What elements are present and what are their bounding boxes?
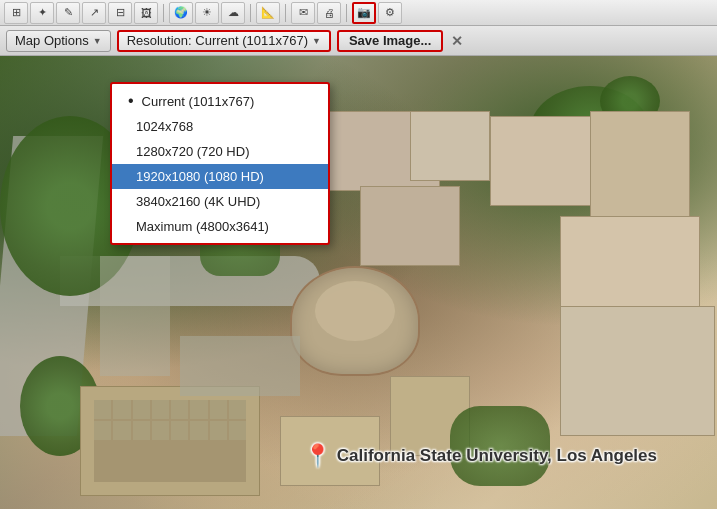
toolbar: ⊞ ✦ ✎ ↗ ⊟ 🖼 🌍 ☀ ☁ 📐 ✉ 🖨 📷 ⚙ [0, 0, 717, 26]
separator-1 [163, 4, 164, 22]
building-ur4 [560, 306, 715, 436]
resolution-option-1080hd-label: 1920x1080 (1080 HD) [136, 169, 264, 184]
map-options-button[interactable]: Map Options ▼ [6, 30, 111, 52]
earth-button[interactable]: 🌍 [169, 2, 193, 24]
stack-button[interactable]: ⊟ [108, 2, 132, 24]
resolution-arrow: ▼ [312, 36, 321, 46]
building-windows [90, 396, 250, 486]
road-center [100, 256, 170, 376]
building-ur1 [490, 116, 600, 206]
map-options-arrow: ▼ [93, 36, 102, 46]
image-button[interactable]: 🖼 [134, 2, 158, 24]
pencil-button[interactable]: ✎ [56, 2, 80, 24]
building-ur2 [590, 111, 690, 231]
arena-roof [315, 281, 395, 341]
action-bar: Map Options ▼ Resolution: Current (1011x… [0, 26, 717, 56]
resolution-option-current[interactable]: • Current (1011x767) [112, 88, 328, 114]
resolution-option-720hd-label: 1280x720 (720 HD) [136, 144, 249, 159]
save-image-button[interactable]: Save Image... [337, 30, 443, 52]
print-button[interactable]: 🖨 [317, 2, 341, 24]
envelope-button[interactable]: ✉ [291, 2, 315, 24]
map-area[interactable]: 📍 California State University, Los Angel… [0, 56, 717, 509]
map-options-label: Map Options [15, 33, 89, 48]
building-center [360, 186, 460, 266]
resolution-dropdown-button[interactable]: Resolution: Current (1011x767) ▼ [117, 30, 331, 52]
camera-button[interactable]: 📷 [352, 2, 376, 24]
resolution-option-max-label: Maximum (4800x3641) [136, 219, 269, 234]
cloud-button[interactable]: ☁ [221, 2, 245, 24]
resolution-option-max[interactable]: Maximum (4800x3641) [112, 214, 328, 239]
sun-button[interactable]: ☀ [195, 2, 219, 24]
ruler-button[interactable]: 📐 [256, 2, 280, 24]
map-pin-icon: 📍 [304, 443, 331, 469]
building-ur3 [560, 216, 700, 316]
resolution-label: Resolution: Current (1011x767) [127, 33, 308, 48]
resolution-option-current-label: Current (1011x767) [142, 94, 255, 109]
close-button[interactable]: ✕ [449, 33, 465, 49]
resolution-dropdown: • Current (1011x767) 1024x768 1280x720 (… [110, 82, 330, 245]
layers-button[interactable]: ⊞ [4, 2, 28, 24]
resolution-option-1080hd[interactable]: 1920x1080 (1080 HD) [112, 164, 328, 189]
separator-3 [285, 4, 286, 22]
resolution-option-1024-label: 1024x768 [136, 119, 193, 134]
building-uc2 [410, 111, 490, 181]
arrow-button[interactable]: ↗ [82, 2, 106, 24]
resolution-option-720hd[interactable]: 1280x720 (720 HD) [112, 139, 328, 164]
resolution-option-4k[interactable]: 3840x2160 (4K UHD) [112, 189, 328, 214]
separator-2 [250, 4, 251, 22]
resolution-option-1024[interactable]: 1024x768 [112, 114, 328, 139]
parking-area [180, 336, 300, 396]
university-label: 📍 California State University, Los Angel… [304, 443, 657, 469]
settings-button[interactable]: ⚙ [378, 2, 402, 24]
bullet-current: • [128, 93, 134, 109]
university-name: California State University, Los Angeles [337, 446, 657, 466]
star-button[interactable]: ✦ [30, 2, 54, 24]
separator-4 [346, 4, 347, 22]
resolution-option-4k-label: 3840x2160 (4K UHD) [136, 194, 260, 209]
